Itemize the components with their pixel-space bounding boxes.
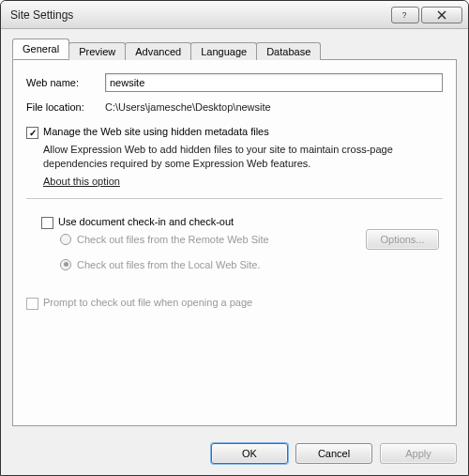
titlebar: Site Settings ? [1, 1, 468, 29]
manage-metadata-description: Allow Expression Web to add hidden files… [43, 143, 443, 171]
close-icon [436, 10, 447, 20]
svg-text:?: ? [402, 10, 407, 20]
remote-radio-row: Check out files from the Remote Web Site… [41, 229, 443, 250]
prompt-checkout-checkbox [26, 298, 38, 310]
tab-preview[interactable]: Preview [68, 42, 126, 60]
file-location-value: C:\Users\jamesche\Desktop\newsite [105, 101, 271, 113]
dialog-body: General Preview Advanced Language Databa… [1, 29, 468, 434]
section-divider [26, 198, 443, 199]
options-button[interactable]: Options... [366, 229, 439, 250]
use-checkin-label[interactable]: Use document check-in and check-out [58, 216, 443, 227]
use-checkin-checkbox[interactable] [41, 217, 53, 229]
local-radio-label: Check out files from the Local Web Site. [77, 259, 443, 270]
local-radio [60, 259, 71, 270]
dialog-footer: OK Cancel Apply [1, 434, 468, 475]
web-name-label: Web name: [26, 77, 105, 88]
help-icon: ? [400, 10, 411, 20]
tab-general[interactable]: General [12, 38, 69, 59]
cancel-button[interactable]: Cancel [295, 443, 372, 464]
site-settings-dialog: Site Settings ? General Preview Advanced… [0, 0, 469, 476]
manage-metadata-checkbox[interactable] [26, 127, 38, 139]
tab-language[interactable]: Language [190, 42, 257, 60]
tab-panel-general: Web name: File location: C:\Users\jamesc… [12, 59, 457, 426]
use-checkin-row: Use document check-in and check-out [41, 216, 443, 229]
window-title: Site Settings [10, 8, 389, 22]
remote-radio [60, 234, 71, 245]
tab-advanced[interactable]: Advanced [125, 42, 191, 60]
help-button[interactable]: ? [391, 7, 419, 23]
file-location-row: File location: C:\Users\jamesche\Desktop… [26, 101, 443, 113]
web-name-input[interactable] [105, 73, 443, 92]
file-location-label: File location: [26, 101, 105, 113]
web-name-row: Web name: [26, 73, 443, 92]
apply-button[interactable]: Apply [380, 443, 457, 464]
tabstrip: General Preview Advanced Language Databa… [12, 38, 457, 59]
about-this-option-row: About this option [43, 175, 443, 189]
manage-metadata-row: Manage the Web site using hidden metadat… [26, 126, 443, 139]
about-this-option-link[interactable]: About this option [43, 176, 120, 187]
close-button[interactable] [421, 7, 462, 23]
ok-button[interactable]: OK [211, 443, 288, 464]
checkin-section: Use document check-in and check-out Chec… [41, 212, 443, 310]
manage-metadata-label[interactable]: Manage the Web site using hidden metadat… [43, 126, 443, 137]
tab-database[interactable]: Database [256, 42, 321, 60]
prompt-checkout-row: Prompt to check out file when opening a … [26, 297, 443, 310]
local-radio-row: Check out files from the Local Web Site. [60, 259, 443, 270]
prompt-checkout-label: Prompt to check out file when opening a … [43, 297, 443, 308]
remote-radio-group: Check out files from the Remote Web Site [60, 234, 366, 245]
remote-radio-label: Check out files from the Remote Web Site [77, 234, 366, 245]
